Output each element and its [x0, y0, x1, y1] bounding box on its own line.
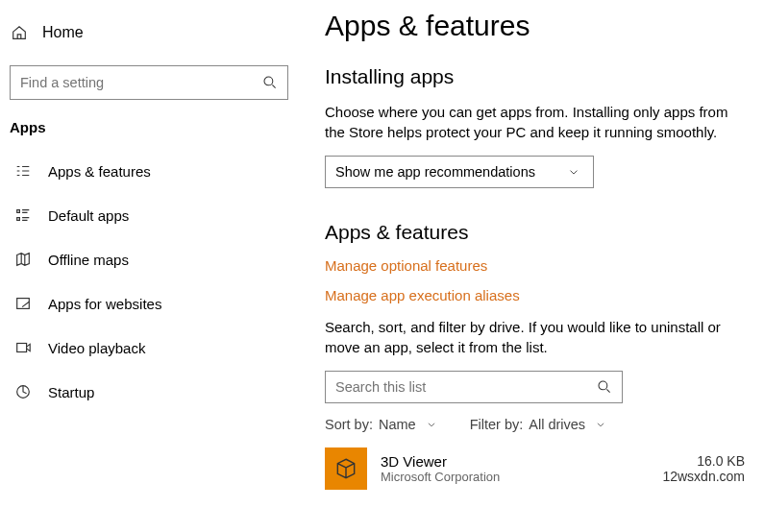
- sidebar-item-label: Apps & features: [48, 163, 151, 180]
- apps-features-heading: Apps & features: [325, 221, 745, 244]
- page-title: Apps & features: [325, 10, 745, 42]
- filter-by-label: Filter by:: [470, 417, 524, 432]
- app-icon: [325, 447, 367, 490]
- sidebar: Home Apps Apps & features Default apps O…: [0, 0, 298, 532]
- home-label: Home: [42, 24, 84, 41]
- search-settings[interactable]: [10, 65, 288, 100]
- default-apps-icon: [13, 206, 33, 225]
- apps-features-desc: Search, sort, and filter by drive. If yo…: [325, 317, 745, 357]
- svg-point-0: [264, 77, 273, 85]
- app-publisher: Microsoft Corporation: [381, 470, 649, 484]
- installing-apps-heading: Installing apps: [325, 65, 745, 88]
- app-meta: 16.0 KB 12wsxdn.com: [662, 453, 745, 484]
- sort-by-label: Sort by:: [325, 417, 373, 432]
- search-icon: [595, 377, 614, 397]
- svg-point-4: [599, 381, 607, 390]
- sidebar-item-offline-maps[interactable]: Offline maps: [0, 237, 298, 281]
- sort-by-dropdown[interactable]: Sort by: Name: [325, 415, 441, 434]
- sidebar-section-title: Apps: [10, 119, 288, 135]
- home-button[interactable]: Home: [0, 17, 298, 48]
- manage-aliases-link[interactable]: Manage app execution aliases: [325, 287, 745, 303]
- app-name: 3D Viewer: [381, 453, 649, 470]
- installing-apps-desc: Choose where you can get apps from. Inst…: [325, 102, 745, 142]
- sidebar-item-label: Video playback: [48, 340, 145, 356]
- manage-optional-features-link[interactable]: Manage optional features: [325, 257, 745, 274]
- apps-features-icon: [13, 161, 33, 181]
- chevron-down-icon: [422, 415, 441, 434]
- sidebar-item-label: Apps for websites: [48, 296, 161, 312]
- search-icon: [260, 73, 280, 92]
- sort-filter-row: Sort by: Name Filter by: All drives: [325, 415, 745, 434]
- filter-by-dropdown[interactable]: Filter by: All drives: [470, 415, 610, 434]
- sidebar-item-default-apps[interactable]: Default apps: [0, 193, 298, 237]
- install-source-value: Show me app recommendations: [335, 164, 535, 180]
- sidebar-item-apps-features[interactable]: Apps & features: [0, 149, 298, 193]
- sidebar-item-apps-websites[interactable]: Apps for websites: [0, 281, 298, 326]
- apps-websites-icon: [13, 294, 33, 313]
- chevron-down-icon: [591, 415, 610, 434]
- video-playback-icon: [13, 338, 33, 357]
- filter-by-value: All drives: [529, 417, 585, 432]
- sidebar-item-startup[interactable]: Startup: [0, 370, 298, 414]
- sidebar-item-video-playback[interactable]: Video playback: [0, 326, 298, 370]
- sidebar-item-label: Default apps: [48, 207, 129, 224]
- home-icon: [10, 23, 29, 42]
- app-info: 3D Viewer Microsoft Corporation: [381, 453, 649, 484]
- sidebar-item-label: Offline maps: [48, 252, 129, 268]
- install-source-dropdown[interactable]: Show me app recommendations: [325, 156, 594, 188]
- sort-by-value: Name: [379, 417, 416, 432]
- search-apps[interactable]: [325, 371, 623, 403]
- search-apps-input[interactable]: [335, 379, 595, 395]
- sidebar-item-label: Startup: [48, 384, 94, 400]
- svg-rect-2: [17, 344, 27, 352]
- app-size: 16.0 KB: [662, 453, 745, 469]
- search-settings-input[interactable]: [20, 75, 260, 90]
- main-panel: Apps & features Installing apps Choose w…: [298, 0, 764, 532]
- app-list-item[interactable]: 3D Viewer Microsoft Corporation 16.0 KB …: [325, 447, 745, 490]
- chevron-down-icon: [564, 162, 583, 181]
- app-date: 12wsxdn.com: [662, 469, 745, 484]
- offline-maps-icon: [13, 250, 33, 269]
- startup-icon: [13, 382, 33, 401]
